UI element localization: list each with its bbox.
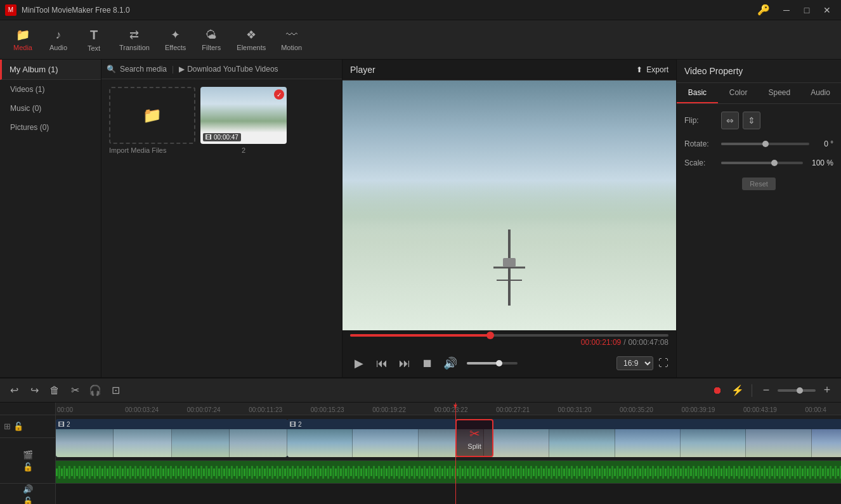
frame-1 [56, 429, 114, 457]
toolbar-media[interactable]: 📁 Media [5, 25, 41, 54]
player-progress: 00:00:21:09 / 00:00:47:08 [342, 330, 676, 352]
media-number: 2 [200, 146, 287, 154]
export-button[interactable]: ⬆ Export [636, 65, 668, 74]
video-frame[interactable] [342, 81, 676, 330]
tab-color[interactable]: Color [718, 83, 759, 103]
toolbar-transition[interactable]: ⇄ Transition [112, 25, 157, 54]
toolbar-audio[interactable]: ♪ Audio [41, 26, 76, 54]
toolbar-text[interactable]: T Text [76, 25, 112, 55]
media-thumbnail[interactable]: 🎞 00:00:47 ✓ 2 [200, 87, 287, 154]
media-grid: 📁 Import Media Files 🎞 00:00:47 ✓ 2 [101, 79, 342, 162]
tab-speed[interactable]: Speed [759, 83, 800, 103]
toolbar-elements[interactable]: ❖ Elements [229, 25, 273, 54]
media-selected-check: ✓ [274, 89, 284, 100]
record-button[interactable]: ⏺ [708, 382, 726, 399]
audio-track-row [56, 461, 841, 484]
main-area: My Album (1) Videos (1) Music (0) Pictur… [0, 60, 841, 377]
transition-icon: ⇄ [129, 28, 139, 42]
download-youtube-button[interactable]: ▶ Download YouTube Videos [179, 65, 278, 74]
flip-vertical-button[interactable]: ⇕ [743, 112, 760, 129]
key-icon: 🔑 [757, 4, 770, 16]
maximize-button[interactable]: □ [798, 3, 816, 17]
toolbar-separator [752, 384, 752, 397]
delete-button[interactable]: 🗑 [46, 382, 63, 399]
cut-button[interactable]: ✂ [66, 382, 84, 399]
video-clip-1[interactable]: 🎞 2 [56, 419, 287, 457]
progress-handle[interactable] [486, 332, 494, 339]
time-display: 00:00:21:09 / 00:00:47:08 [350, 337, 668, 348]
toolbar-effects[interactable]: ✦ Effects [157, 25, 193, 54]
split-audio-button[interactable]: ⚡ [729, 382, 746, 399]
lock-video-button[interactable]: 🔓 [23, 462, 33, 472]
volume-handle [496, 360, 502, 366]
waveform-svg [56, 461, 841, 483]
rotate-row: Rotate: 0 ° [684, 139, 833, 148]
stop-button[interactable]: ⏹ [419, 354, 436, 372]
video-track-icon[interactable]: 🎬 [23, 450, 33, 460]
reset-button[interactable]: Reset [742, 178, 776, 190]
lock-audio-button[interactable]: 🔓 [23, 496, 33, 505]
close-button[interactable]: ✕ [818, 3, 836, 17]
ruler-mark-9: 00:00:35:20 [618, 406, 680, 413]
minimize-button[interactable]: ─ [778, 3, 795, 17]
zoom-handle [797, 387, 803, 394]
scale-slider[interactable] [721, 162, 803, 164]
timeline-tracks-area[interactable]: 00:00 00:00:03:24 00:00:07:24 00:00:11:2… [56, 403, 841, 504]
ruler-spacer [0, 403, 55, 415]
audio-track-icon[interactable]: 🔊 [23, 484, 33, 494]
import-media-label: Import Media Files [109, 146, 195, 154]
media-icon: 📁 [16, 28, 30, 42]
zoom-in-button[interactable]: + [818, 382, 836, 399]
videos-item[interactable]: Videos (1) [0, 80, 101, 99]
split-box: ✂ Split [455, 419, 493, 457]
ruler-mark-4: 00:00:15:23 [310, 406, 371, 413]
next-frame-button[interactable]: ⏭ [396, 354, 414, 372]
album-header[interactable]: My Album (1) [0, 60, 101, 80]
toolbar-filters[interactable]: 🌤 Filters [193, 26, 229, 54]
add-track-button[interactable]: ⊞ [4, 422, 11, 431]
zoom-slider[interactable] [778, 389, 816, 392]
import-media-button[interactable]: 📁 [109, 87, 195, 144]
clip1-frames [56, 429, 287, 457]
undo-button[interactable]: ↩ [5, 382, 23, 399]
rotate-handle [762, 141, 769, 147]
tab-basic[interactable]: Basic [677, 83, 718, 103]
ruler-mark-11: 00:00:43:19 [742, 406, 804, 413]
youtube-icon: ▶ [179, 65, 185, 74]
pictures-item[interactable]: Pictures (0) [0, 118, 101, 137]
tab-audio[interactable]: Audio [800, 83, 841, 103]
time-current: 00:00:21:09 [581, 338, 621, 347]
play-button[interactable]: ▶ [350, 354, 368, 372]
ruler-mark-10: 00:00:39:19 [681, 406, 742, 413]
motion-icon: 〰 [286, 29, 297, 42]
prev-frame-button[interactable]: ⏮ [373, 354, 391, 372]
music-item[interactable]: Music (0) [0, 99, 101, 118]
clip2-frames [287, 429, 841, 457]
video-clip-2[interactable]: 🎞 2 [287, 419, 841, 457]
zoom-out-button[interactable]: − [757, 382, 775, 399]
flip-horizontal-button[interactable]: ⇔ [721, 112, 739, 129]
rotate-label: Rotate: [684, 139, 716, 148]
ruler-mark-7: 00:00:27:21 [495, 406, 556, 413]
progress-bar[interactable] [350, 334, 668, 337]
elements-icon: ❖ [246, 28, 256, 42]
app-title: MiniTool MovieMaker Free 8.1.0 [22, 6, 757, 15]
volume-button[interactable]: 🔊 [441, 354, 459, 372]
search-media-button[interactable]: 🔍 Search media [107, 65, 167, 74]
crop-button[interactable]: ⊡ [107, 382, 124, 399]
audio-track-button[interactable]: 🎧 [86, 382, 104, 399]
rotate-slider[interactable] [721, 143, 809, 145]
lock-track-button[interactable]: 🔓 [13, 422, 23, 431]
toolbar-motion[interactable]: 〰 Motion [273, 26, 310, 54]
ruler-mark-6: 00:00:23:22 [433, 406, 495, 413]
redo-button[interactable]: ↪ [25, 382, 43, 399]
fullscreen-button[interactable]: ⛶ [658, 358, 668, 369]
search-icon: 🔍 [107, 65, 116, 74]
rotate-fill [721, 143, 766, 145]
clip2-header: 🎞 2 [287, 419, 841, 429]
aspect-ratio-select[interactable]: 16:9 4:3 1:1 9:16 [616, 356, 653, 370]
main-toolbar: 📁 Media ♪ Audio T Text ⇄ Transition ✦ Ef… [0, 20, 841, 60]
frame-c2-1 [287, 429, 353, 457]
player-header: Player ⬆ Export [342, 60, 676, 81]
volume-slider[interactable] [467, 362, 518, 365]
